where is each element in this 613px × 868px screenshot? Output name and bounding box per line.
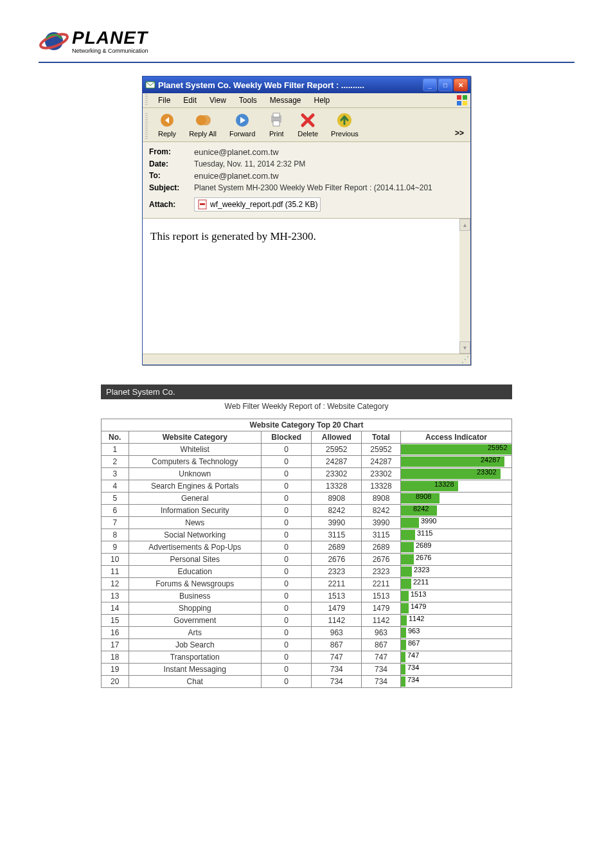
cell-no: 14	[102, 602, 129, 615]
table-title: Website Category Top 20 Chart	[102, 419, 512, 431]
to-label: To:	[149, 171, 194, 181]
indicator-bar	[401, 554, 414, 565]
report-subtitle: Web Filter Weekly Report of : Website Ca…	[101, 399, 512, 419]
indicator-bar	[401, 530, 415, 540]
menu-view[interactable]: View	[203, 95, 233, 106]
cell-indicator: 2211	[401, 578, 512, 590]
scroll-down-icon[interactable]: ▾	[459, 341, 470, 354]
cell-indicator: 3115	[401, 529, 512, 541]
size-grip-icon[interactable]: ⋰	[461, 356, 469, 363]
cell-category: Instant Messaging	[129, 664, 261, 676]
toolbar-overflow-button[interactable]: >>	[451, 127, 468, 139]
scroll-up-icon[interactable]: ▴	[459, 219, 470, 231]
minimize-button[interactable]: _	[423, 78, 437, 91]
cell-allowed: 1513	[312, 590, 362, 602]
cell-allowed: 747	[312, 651, 362, 664]
cell-allowed: 2323	[312, 566, 362, 578]
cell-no: 5	[102, 493, 129, 505]
cell-no: 3	[102, 468, 129, 480]
cell-category: Search Engines & Portals	[129, 480, 261, 493]
cell-blocked: 0	[261, 639, 311, 651]
svg-rect-16	[200, 203, 205, 205]
table-row: 13Business0151315131513	[102, 590, 512, 602]
mail-icon	[145, 80, 155, 90]
indicator-bar	[401, 457, 504, 467]
vertical-scrollbar[interactable]: ▴ ▾	[459, 219, 470, 354]
menu-message[interactable]: Message	[263, 95, 308, 106]
menu-file[interactable]: File	[152, 95, 177, 106]
cell-blocked: 0	[261, 505, 311, 517]
table-row: 14Shopping0147914791479	[102, 602, 512, 615]
cell-category: Arts	[129, 627, 261, 639]
cell-total: 8242	[362, 505, 401, 517]
cell-total: 2689	[362, 541, 401, 554]
indicator-bar	[401, 542, 414, 552]
cell-blocked: 0	[261, 554, 311, 566]
menu-tools[interactable]: Tools	[233, 95, 263, 106]
cell-no: 9	[102, 541, 129, 554]
cell-no: 1	[102, 444, 129, 456]
cell-no: 6	[102, 505, 129, 517]
col-allowed: Allowed	[312, 431, 362, 444]
maximize-button[interactable]: □	[438, 78, 452, 91]
cell-blocked: 0	[261, 529, 311, 541]
cell-allowed: 1479	[312, 602, 362, 615]
date-label: Date:	[149, 159, 194, 168]
cell-allowed: 8242	[312, 505, 362, 517]
reply-all-button[interactable]: Reply All	[182, 111, 223, 139]
col-indicator: Access Indicator	[401, 431, 512, 444]
cell-no: 16	[102, 627, 129, 639]
cell-no: 17	[102, 639, 129, 651]
page-header: PLANET Networking & Communication	[39, 26, 574, 63]
cell-no: 2	[102, 456, 129, 468]
cell-category: Social Networking	[129, 529, 261, 541]
cell-indicator: 25952	[401, 444, 512, 456]
cell-no: 20	[102, 676, 129, 688]
cell-total: 1142	[362, 615, 401, 627]
cell-indicator: 1142	[401, 615, 512, 627]
forward-button[interactable]: Forward	[223, 111, 262, 139]
col-total: Total	[362, 431, 401, 444]
svg-rect-4	[463, 95, 467, 100]
indicator-bar	[401, 469, 501, 479]
titlebar: Planet System Co. Weekly Web Filter Repo…	[143, 77, 470, 93]
planet-logo-icon	[39, 26, 69, 57]
reply-button[interactable]: Reply	[152, 111, 182, 139]
print-button[interactable]: Print	[262, 111, 291, 139]
delete-button[interactable]: Delete	[291, 111, 324, 139]
email-window: Planet System Co. Weekly Web Filter Repo…	[142, 76, 471, 365]
indicator-bar	[401, 640, 406, 650]
close-button[interactable]: ✕	[454, 78, 468, 91]
table-row: 6Information Security0824282428242	[102, 505, 512, 517]
cell-category: Business	[129, 590, 261, 602]
indicator-bar	[401, 481, 458, 491]
cell-blocked: 0	[261, 493, 311, 505]
table-row: 10Personal Sites0267626762676	[102, 554, 512, 566]
cell-total: 3115	[362, 529, 401, 541]
indicator-bar	[401, 652, 405, 662]
subject-label: Subject:	[149, 183, 194, 192]
cell-no: 8	[102, 529, 129, 541]
attachment-name: wf_weekly_report.pdf (35.2 KB)	[210, 200, 317, 209]
table-row: 16Arts0963963963	[102, 627, 512, 639]
menu-edit[interactable]: Edit	[177, 95, 203, 106]
col-no: No.	[102, 431, 129, 444]
cell-blocked: 0	[261, 566, 311, 578]
cell-blocked: 0	[261, 517, 311, 529]
previous-button[interactable]: Previous	[324, 111, 365, 139]
cell-allowed: 13328	[312, 480, 362, 493]
menu-help[interactable]: Help	[308, 95, 337, 106]
cell-allowed: 8908	[312, 493, 362, 505]
cell-allowed: 963	[312, 627, 362, 639]
cell-indicator: 734	[401, 676, 512, 688]
attachment-item[interactable]: wf_weekly_report.pdf (35.2 KB)	[194, 197, 321, 212]
cell-indicator: 23302	[401, 468, 512, 480]
statusbar: ⋰	[143, 354, 470, 365]
cell-blocked: 0	[261, 651, 311, 664]
cell-blocked: 0	[261, 468, 311, 480]
cell-indicator: 867	[401, 639, 512, 651]
scroll-track[interactable]	[459, 231, 470, 341]
message-body-area: This report is generated by MH-2300. ▴ ▾	[143, 219, 470, 354]
cell-allowed: 1142	[312, 615, 362, 627]
cell-blocked: 0	[261, 602, 311, 615]
